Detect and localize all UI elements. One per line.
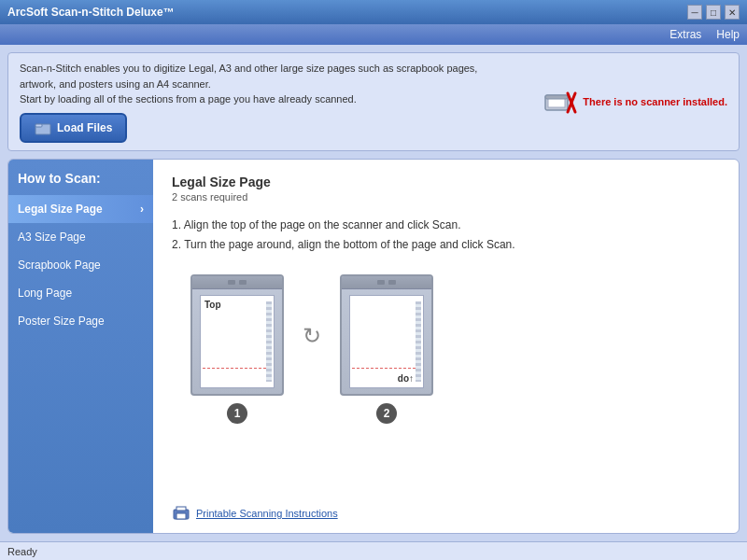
scanner-diagram-2: do↑ — [340, 274, 433, 396]
minimize-button[interactable]: ─ — [687, 5, 702, 20]
ruler-right-1 — [266, 301, 272, 382]
sidebar-label-a3: A3 Size Page — [18, 231, 86, 244]
close-button[interactable]: ✕ — [725, 5, 740, 20]
sidebar: How to Scan: Legal Size Page › A3 Size P… — [8, 160, 153, 534]
page-label-bottom: do↑ — [398, 373, 414, 384]
load-files-icon — [35, 120, 51, 135]
sidebar-item-a3[interactable]: A3 Size Page — [8, 223, 153, 251]
main-content: Legal Size Page 2 scans required 1. Alig… — [153, 160, 739, 534]
scanner-btn-2b — [388, 280, 396, 285]
description-area: Scan-n-Stitch enables you to digitize Le… — [7, 52, 740, 151]
status-bar: Ready — [0, 541, 747, 560]
sidebar-label-poster: Poster Size Page — [18, 315, 105, 328]
desc-line1: Scan-n-Stitch enables you to digitize Le… — [20, 63, 477, 74]
app-title: ArcSoft Scan-n-Stitch Deluxe™ — [7, 6, 175, 19]
sidebar-item-poster[interactable]: Poster Size Page — [8, 307, 153, 335]
page-label-top: Top — [204, 300, 221, 310]
instructions: 1. Align the top of the page on the scan… — [172, 216, 720, 256]
scanner-page-2: do↑ — [349, 295, 424, 388]
instruction-2: 2. Turn the page around, align the botto… — [172, 235, 720, 256]
sidebar-item-long[interactable]: Long Page — [8, 279, 153, 307]
scanner-btn-1b — [239, 280, 247, 285]
scanner-btn-1a — [228, 280, 235, 285]
scanner-top-1 — [192, 276, 282, 289]
instruction-1: 1. Align the top of the page on the scan… — [172, 216, 720, 236]
svg-rect-8 — [176, 513, 186, 519]
print-instructions-link[interactable]: Printable Scanning Instructions — [196, 508, 338, 519]
print-link-area: Printable Scanning Instructions — [172, 505, 338, 522]
sidebar-item-legal[interactable]: Legal Size Page › — [8, 195, 153, 223]
page-type-title: Legal Size Page — [172, 175, 720, 189]
scanner-warning: There is no scanner installed. — [543, 88, 727, 116]
no-scanner-icon — [543, 88, 577, 116]
scanner-top-2 — [342, 276, 431, 289]
svg-rect-9 — [176, 507, 186, 511]
scanner-page-1: Top — [200, 295, 275, 388]
diagram-2: do↑ 2 — [340, 274, 433, 424]
dashed-line-2 — [352, 368, 416, 369]
menu-bar: Extras Help — [0, 24, 747, 45]
description-text: Scan-n-Stitch enables you to digitize Le… — [20, 61, 543, 107]
scans-required: 2 scans required — [172, 191, 720, 203]
print-icon — [172, 505, 190, 522]
content-panel: How to Scan: Legal Size Page › A3 Size P… — [7, 159, 740, 535]
status-text: Ready — [7, 546, 37, 557]
desc-line3: Start by loading all of the sections fro… — [20, 93, 357, 105]
title-bar: ArcSoft Scan-n-Stitch Deluxe™ ─ □ ✕ — [0, 0, 747, 24]
load-files-button[interactable]: Load Files — [20, 113, 127, 143]
sidebar-label-legal: Legal Size Page — [18, 203, 103, 216]
sidebar-label-long: Long Page — [18, 287, 72, 300]
dashed-line-1 — [203, 368, 266, 369]
load-files-label: Load Files — [57, 121, 112, 134]
window-controls: ─ □ ✕ — [687, 5, 740, 20]
diagram-1: Top 1 — [190, 274, 284, 424]
step-number-1: 1 — [227, 403, 247, 424]
svg-rect-1 — [35, 124, 42, 127]
chevron-icon-legal: › — [140, 203, 144, 216]
svg-rect-4 — [545, 95, 568, 99]
diagrams: Top 1 ↻ — [190, 274, 720, 424]
desc-line2: artwork, and posters using an A4 scanner… — [20, 78, 211, 90]
sidebar-label-scrapbook: Scrapbook Page — [18, 259, 101, 272]
step-number-2: 2 — [376, 403, 397, 424]
scanner-btn-2a — [377, 280, 385, 285]
maximize-button[interactable]: □ — [706, 5, 721, 20]
sidebar-item-scrapbook[interactable]: Scrapbook Page — [8, 251, 153, 279]
scanner-diagram-1: Top — [190, 274, 284, 396]
ruler-right-2 — [416, 301, 421, 382]
main-area: Scan-n-Stitch enables you to digitize Le… — [0, 45, 747, 541]
menu-extras[interactable]: Extras — [669, 28, 701, 41]
warning-text: There is no scanner installed. — [583, 96, 727, 107]
menu-help[interactable]: Help — [716, 28, 740, 41]
rotate-arrow: ↻ — [303, 323, 321, 349]
sidebar-title: How to Scan: — [8, 160, 153, 195]
